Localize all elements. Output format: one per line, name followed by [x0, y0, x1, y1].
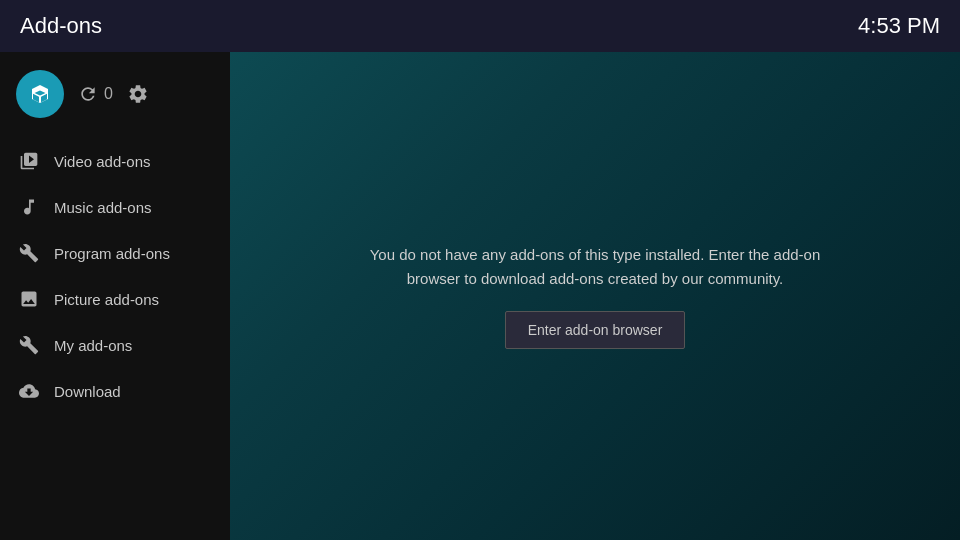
sidebar-item-label: Program add-ons: [54, 245, 170, 262]
sidebar-item-my-addons[interactable]: My add-ons: [0, 322, 230, 368]
sidebar-top-row: 0: [0, 62, 230, 134]
music-icon: [18, 196, 40, 218]
sidebar-item-video-addons[interactable]: Video add-ons: [0, 138, 230, 184]
sidebar: 0 Video add-ons Music: [0, 52, 230, 540]
addon-box-button[interactable]: [16, 70, 64, 118]
main-layout: 0 Video add-ons Music: [0, 52, 960, 540]
sidebar-item-label: Picture add-ons: [54, 291, 159, 308]
program-icon: [18, 242, 40, 264]
content-area: You do not have any add-ons of this type…: [230, 52, 960, 540]
sidebar-item-label: Music add-ons: [54, 199, 152, 216]
my-addons-icon: [18, 334, 40, 356]
clock: 4:53 PM: [858, 13, 940, 39]
settings-icon: [127, 83, 149, 105]
refresh-count: 0: [104, 85, 113, 103]
sidebar-item-label: Download: [54, 383, 121, 400]
sidebar-item-program-addons[interactable]: Program add-ons: [0, 230, 230, 276]
page-title: Add-ons: [20, 13, 102, 39]
content-center: You do not have any add-ons of this type…: [345, 243, 845, 349]
download-icon: [18, 380, 40, 402]
enter-addon-browser-button[interactable]: Enter add-on browser: [505, 311, 686, 349]
video-icon: [18, 150, 40, 172]
settings-button[interactable]: [127, 83, 149, 105]
picture-icon: [18, 288, 40, 310]
sidebar-item-download[interactable]: Download: [0, 368, 230, 414]
refresh-area[interactable]: 0: [78, 84, 113, 104]
sidebar-item-picture-addons[interactable]: Picture add-ons: [0, 276, 230, 322]
sidebar-item-label: Video add-ons: [54, 153, 150, 170]
sidebar-item-label: My add-ons: [54, 337, 132, 354]
sidebar-item-music-addons[interactable]: Music add-ons: [0, 184, 230, 230]
refresh-icon: [78, 84, 98, 104]
no-addons-message: You do not have any add-ons of this type…: [345, 243, 845, 291]
sidebar-nav: Video add-ons Music add-ons Program add-…: [0, 134, 230, 418]
header: Add-ons 4:53 PM: [0, 0, 960, 52]
box-icon: [28, 82, 52, 106]
